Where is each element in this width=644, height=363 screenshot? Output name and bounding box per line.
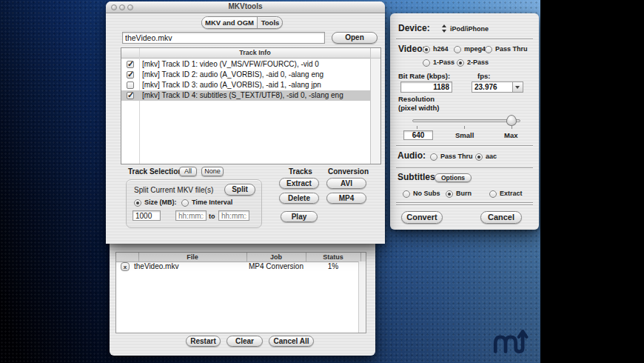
two-pass-radio-icon [457,59,464,67]
slider-track[interactable] [412,119,520,122]
cancel-all-button[interactable]: Cancel All [269,336,314,347]
audio-label: Audio: [398,150,426,161]
split-size-input[interactable] [133,210,161,221]
device-value[interactable]: iPod/iPhone [450,25,489,33]
split-group-title: Split Current MKV file(s) [134,186,213,194]
queue-scrollbar[interactable] [358,262,366,333]
bitrate-input[interactable] [400,81,452,93]
column-header-file[interactable]: File [138,253,246,261]
avi-button[interactable]: AVI [326,178,366,189]
tracks-group-label: Tracks [289,167,312,176]
two-pass-radio[interactable]: 2-Pass [457,59,489,67]
window-title: MKVtools [106,2,385,10]
one-pass-radio-icon [423,59,430,67]
split-by-time-radio[interactable]: Time Interval [181,199,232,207]
queue-row[interactable]: x theVideo.mkv MP4 Conversion 1% [116,262,359,272]
conversion-settings-panel: Device: iPod/iPhone Video: h264 mpeg4 Pa… [390,13,539,230]
burn-subs-radio[interactable]: Burn [446,190,472,198]
clear-button[interactable]: Clear [227,336,263,347]
select-all-button[interactable]: All [179,167,197,176]
queue-file-name: theVideo.mkv [134,262,178,270]
video-label: Video: [398,44,425,54]
h264-radio-icon [423,46,430,53]
track-list-scrollbar[interactable] [370,48,380,164]
codec-h264-radio[interactable]: h264 [423,45,449,53]
time-radio-icon [181,199,189,207]
select-none-button[interactable]: None [201,167,224,176]
queue-window: File Job Status x theVideo.mkv MP4 Conve… [110,239,375,356]
track-4-checkbox[interactable] [127,92,134,99]
cancel-button[interactable]: Cancel [480,211,522,224]
codec-passthru-radio[interactable]: Pass Thru [485,45,528,53]
subtitle-options-button[interactable]: Options [435,173,472,182]
track-2-label: [mkv] Track ID 2: audio (A_VORBIS), -aid… [142,70,323,79]
track-row-1[interactable]: [mkv] Track ID 1: video (V_MS/VFW/FOURCC… [121,59,372,70]
track-1-label: [mkv] Track ID 1: video (V_MS/VFW/FOURCC… [142,60,319,68]
bitrate-label: Bit Rate (kbps): [398,72,450,80]
split-by-size-radio[interactable]: Size (MB): [134,199,177,207]
column-header-status[interactable]: Status [306,253,360,261]
open-button[interactable]: Open [332,32,378,44]
queue-job-status: 1% [306,262,360,270]
cancel-job-button[interactable]: x [121,262,130,271]
size-radio-icon [134,199,141,207]
macupdate-mu-logo-icon [491,327,529,354]
track-4-label: [mkv] Track ID 4: subtitles (S_TEXT/UTF8… [142,91,343,99]
fps-dropdown[interactable]: 23.976 [472,81,523,93]
audio-aac-radio[interactable]: aac [475,153,497,161]
track-list: Track Info [mkv] Track ID 1: video (V_MS… [121,47,381,164]
track-1-checkbox[interactable] [127,61,134,68]
track-row-4-selected[interactable]: [mkv] Track ID 4: subtitles (S_TEXT/UTF8… [121,90,372,101]
audio-passthru-radio-icon [430,153,437,161]
video-passthru-radio-icon [485,46,492,53]
slider-max-label: Max [504,131,517,139]
restart-button[interactable]: Restart [186,336,221,347]
track-info-column-header: Track Info [139,49,371,56]
track-2-checkbox[interactable] [127,71,134,79]
no-subs-radio-icon [403,190,410,198]
title-bar[interactable]: MKVtools [106,1,385,13]
track-list-header: Track Info [121,48,380,59]
slider-thumb[interactable] [506,115,517,126]
slider-small-label: Small [455,131,474,139]
track-row-3[interactable]: [mkv] Track ID 3: audio (A_VORBIS), -aid… [121,80,372,90]
screenshot-stage: File Job Status x theVideo.mkv MP4 Conve… [0,0,644,363]
no-subs-radio[interactable]: No Subs [403,190,440,198]
one-pass-radio[interactable]: 1-Pass [423,59,455,67]
resolution-slider[interactable] [412,114,520,130]
track-3-checkbox[interactable] [127,81,134,89]
resolution-width-input[interactable] [403,130,433,140]
device-stepper-icon[interactable] [442,24,447,33]
resolution-label-line1: Resolution [398,95,435,103]
play-button[interactable]: Play [281,211,318,222]
column-header-job[interactable]: Job [246,253,306,261]
job-queue-table: File Job Status x theVideo.mkv MP4 Conve… [115,252,366,333]
convert-button[interactable]: Convert [401,211,443,224]
extract-button[interactable]: Extract [279,178,319,189]
time-to-input[interactable] [218,210,249,221]
extract-subs-radio[interactable]: Extract [489,190,523,198]
conversion-group-label: Conversion [328,167,369,176]
split-button[interactable]: Split [224,184,255,196]
to-label: to [209,213,215,220]
mp4-button[interactable]: MP4 [326,193,366,204]
audio-passthru-radio[interactable]: Pass Thru [430,153,473,161]
mpeg4-radio-icon [454,46,461,53]
dropdown-arrow-icon[interactable] [512,82,523,92]
fps-value: 23.976 [474,83,497,91]
codec-mpeg4-radio[interactable]: mpeg4 [454,45,486,53]
tab-mkv-and-ogm[interactable]: MKV and OGM [202,17,258,28]
delete-button[interactable]: Delete [279,193,319,204]
aac-radio-icon [475,153,483,161]
mkvtools-main-window: MKVtools MKV and OGM Tools Open Track In… [106,1,385,244]
tab-tools[interactable]: Tools [258,17,283,28]
burn-radio-icon [446,190,453,198]
track-row-2[interactable]: [mkv] Track ID 2: audio (A_VORBIS), -aid… [121,70,372,80]
time-from-input[interactable] [175,210,207,221]
file-path-input[interactable] [122,32,325,44]
track-selection-label: Track Selection: [128,167,185,176]
queue-job-type: MP4 Conversion [246,262,306,270]
extract-subs-radio-icon [489,190,497,198]
fps-label: fps: [477,72,490,80]
subtitles-label: Subtitles [398,172,435,182]
